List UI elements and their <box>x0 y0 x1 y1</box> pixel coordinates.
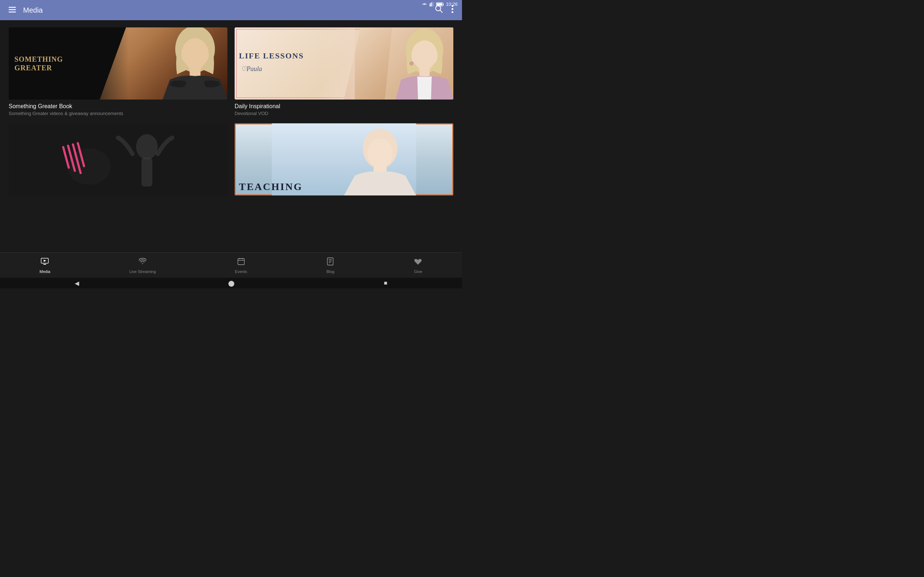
card2-subtitle: Devotional VOD <box>234 111 453 116</box>
media-card-daily-inspirational[interactable]: LIFE LESSONS ♡Paula Daily Inspirational … <box>234 27 453 116</box>
svg-rect-15 <box>437 3 443 5</box>
thumbnail-teaching: TEACHING <box>234 123 453 195</box>
media-card-teaching[interactable]: TEACHING <box>234 123 453 212</box>
card3-subtitle <box>9 206 228 212</box>
card4-title-label <box>234 199 453 206</box>
card4-subtitle <box>234 206 453 212</box>
recents-button[interactable]: ■ <box>384 280 388 286</box>
back-button[interactable]: ◀ <box>75 280 79 287</box>
svg-rect-1 <box>9 10 16 10</box>
card1-info: Something Greater Book Something Greater… <box>9 100 228 116</box>
svg-line-4 <box>440 10 443 13</box>
blog-icon <box>326 257 334 268</box>
give-icon <box>414 257 422 268</box>
thumbnail-daily-inspirational: LIFE LESSONS ♡Paula <box>234 27 453 100</box>
nav-item-live-streaming[interactable]: Live Streaming <box>122 254 163 277</box>
svg-marker-33 <box>44 259 46 262</box>
thumbnail-something-greater: SOMETHING GREATER <box>9 27 228 100</box>
media-card-something-greater[interactable]: SOMETHING GREATER Something Greater Book… <box>9 27 228 116</box>
page-title: Media <box>23 6 432 15</box>
svg-rect-9 <box>431 3 431 6</box>
bottom-navigation: Media Live Streaming Events <box>0 253 462 278</box>
svg-rect-2 <box>9 11 16 13</box>
card2-title-text: Daily Inspirational <box>234 103 453 110</box>
svg-point-7 <box>452 11 453 13</box>
card2-text-overlay: LIFE LESSONS ♡Paula <box>239 52 304 75</box>
card3-title-text <box>9 199 228 206</box>
svg-rect-10 <box>432 2 432 6</box>
svg-rect-21 <box>419 69 430 77</box>
home-button[interactable]: ⬤ <box>228 280 234 287</box>
svg-rect-31 <box>373 165 386 172</box>
svg-rect-14 <box>443 3 444 5</box>
top-app-bar: Media <box>0 0 462 20</box>
card4-info <box>234 195 453 212</box>
nav-label-live-streaming: Live Streaming <box>129 269 155 274</box>
card1-title: SOMETHING GREATER <box>15 55 63 72</box>
media-card-worship[interactable] <box>9 123 228 212</box>
status-time: 10:26 <box>446 2 458 7</box>
svg-rect-36 <box>238 259 244 265</box>
nav-label-blog: Blog <box>326 269 334 274</box>
nav-label-events: Events <box>235 269 247 274</box>
menu-icon[interactable] <box>6 3 19 16</box>
live-streaming-icon <box>138 257 147 268</box>
main-content: SOMETHING GREATER Something Greater Book… <box>0 20 462 253</box>
media-grid: SOMETHING GREATER Something Greater Book… <box>9 27 453 212</box>
svg-rect-40 <box>327 258 333 265</box>
svg-point-35 <box>142 263 143 264</box>
card1-title-text: Something Greater Book <box>9 103 228 110</box>
svg-rect-0 <box>9 7 16 8</box>
card2-info: Daily Inspirational Devotional VOD <box>234 100 453 116</box>
svg-rect-11 <box>432 2 433 6</box>
svg-rect-34 <box>43 264 46 265</box>
nav-item-blog[interactable]: Blog <box>319 254 342 277</box>
svg-point-22 <box>410 62 413 65</box>
card2-main-title: LIFE LESSONS <box>239 52 304 60</box>
svg-point-30 <box>367 139 393 167</box>
svg-point-6 <box>452 8 453 10</box>
card4-title-text: TEACHING <box>239 181 302 193</box>
card3-info <box>9 195 228 212</box>
thumbnail-worship <box>9 123 228 195</box>
nav-item-events[interactable]: Events <box>228 254 254 277</box>
svg-text:♡Paula: ♡Paula <box>241 66 262 73</box>
nav-label-give: Give <box>414 269 422 274</box>
events-icon <box>237 257 246 268</box>
card1-subtitle: Something Greater videos & giveaway anno… <box>9 111 228 116</box>
svg-rect-12 <box>433 2 434 6</box>
svg-rect-8 <box>430 3 430 6</box>
media-icon <box>40 257 49 268</box>
card2-cursive: ♡Paula <box>239 63 304 76</box>
system-navigation-bar: ◀ ⬤ ■ <box>0 278 462 288</box>
nav-item-give[interactable]: Give <box>406 254 430 277</box>
nav-label-media: Media <box>40 269 50 274</box>
nav-item-media[interactable]: Media <box>32 254 58 277</box>
